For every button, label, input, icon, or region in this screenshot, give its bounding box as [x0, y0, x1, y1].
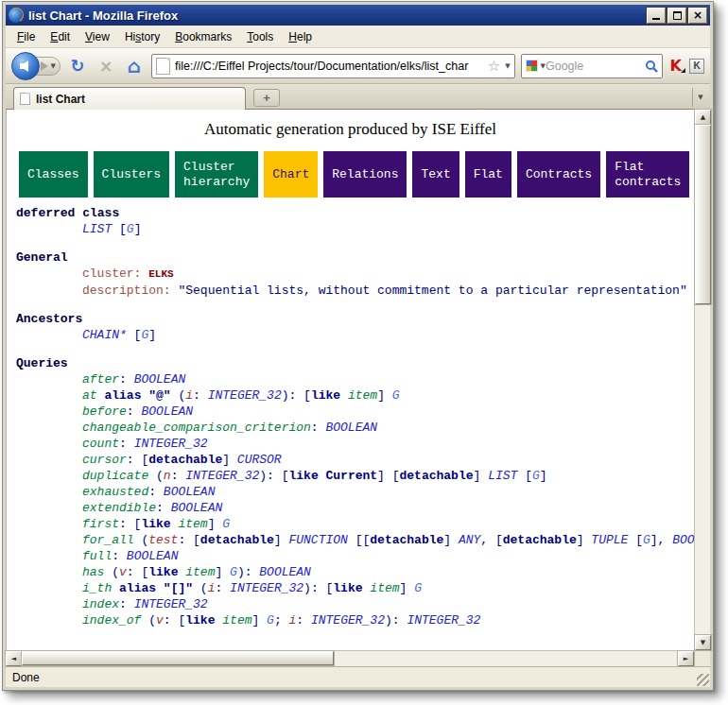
browser-window: list Chart - Mozilla Firefox × FileEditV…	[2, 1, 714, 691]
code-line: cursor: [detachable] CURSOR	[82, 452, 694, 468]
close-button[interactable]: ×	[688, 8, 707, 24]
stop-button[interactable]: ×	[95, 57, 117, 76]
eiffel-nav-classes[interactable]: Classes	[19, 151, 88, 198]
code-line: has (v: [like item] G): BOOLEAN	[82, 564, 694, 580]
code-line: index: INTEGER_32	[82, 596, 694, 612]
kaspersky-icon[interactable]: K	[668, 57, 684, 75]
google-logo-icon	[526, 60, 538, 72]
menu-view[interactable]: View	[78, 26, 117, 47]
vertical-scroll-thumb[interactable]	[695, 125, 711, 304]
menu-help[interactable]: Help	[281, 26, 320, 47]
history-dropdown-icon[interactable]: ▼	[51, 62, 56, 70]
section-title: Queries	[16, 355, 694, 371]
tab-title: list Chart	[36, 93, 85, 106]
eiffel-nav-clusters[interactable]: Clusters	[94, 151, 169, 198]
status-bar: Done	[6, 666, 710, 687]
code-line: description: "Sequential lists, without …	[82, 283, 694, 299]
code-line: count: INTEGER_32	[82, 436, 694, 452]
menu-file[interactable]: File	[9, 26, 43, 47]
code-line: CHAIN* [G]	[82, 327, 694, 343]
code-line: after: BOOLEAN	[82, 371, 694, 387]
menu-tools[interactable]: Tools	[239, 26, 281, 47]
eiffel-nav-flat-contracts[interactable]: Flat contracts	[606, 151, 689, 198]
site-page-icon	[156, 58, 170, 75]
title-bar: list Chart - Mozilla Firefox ×	[6, 5, 710, 26]
page-viewport: Automatic generation produced by ISE Eif…	[6, 110, 694, 650]
eiffel-nav-cluster-hierarchy[interactable]: Cluster hierarchy	[175, 151, 258, 198]
eiffel-nav-relations[interactable]: Relations	[323, 151, 407, 198]
section: AncestorsCHAIN* [G]	[16, 311, 694, 343]
code-line: i_th alias "[]" (i: INTEGER_32): [like i…	[82, 580, 694, 596]
eiffel-nav-bar: ClassesClustersCluster hierarchyChartRel…	[19, 151, 694, 198]
tab-page-icon	[20, 93, 30, 105]
section: Queriesafter: BOOLEANat alias "@" (i: IN…	[16, 355, 694, 628]
maximize-button[interactable]	[667, 8, 686, 24]
horizontal-scrollbar[interactable]: ◄ ►	[6, 650, 694, 666]
menu-bar: FileEditViewHistoryBookmarksToolsHelp	[6, 26, 710, 48]
menu-history[interactable]: History	[117, 26, 167, 47]
code-line: exhausted: BOOLEAN	[82, 484, 694, 500]
code-line: index_of (v: [like item] G; i: INTEGER_3…	[82, 612, 694, 628]
status-text: Done	[12, 671, 40, 684]
close-icon: ×	[693, 10, 702, 20]
scroll-left-icon[interactable]: ◄	[6, 651, 22, 666]
code-line: changeable_comparison_criterion: BOOLEAN	[82, 420, 694, 436]
bookmark-star-icon[interactable]: ☆	[488, 58, 500, 75]
navigation-toolbar: ▼ ↻ × ⌂ ☆ ▼ ▼ K K	[6, 48, 710, 84]
horizontal-scroll-thumb[interactable]	[22, 651, 334, 665]
eiffel-nav-contracts[interactable]: Contracts	[517, 151, 600, 198]
back-arrow-icon	[20, 60, 28, 72]
code-line: for_all (test: [detachable] FUNCTION [[d…	[82, 532, 694, 548]
scrollbar-corner	[694, 650, 710, 666]
firefox-icon	[9, 8, 24, 23]
section: Generalcluster: ELKSdescription: "Sequen…	[16, 249, 694, 299]
scroll-down-icon[interactable]: ▼	[695, 635, 711, 650]
address-bar: ☆ ▼	[151, 54, 515, 78]
window-title: list Chart - Mozilla Firefox	[28, 9, 647, 23]
section: deferred classLIST [G]	[16, 205, 694, 237]
new-tab-button[interactable]: +	[253, 89, 280, 107]
url-dropdown-icon[interactable]: ▼	[505, 62, 510, 70]
eiffel-nav-text[interactable]: Text	[412, 151, 459, 198]
k-addon-button[interactable]: K	[689, 59, 704, 74]
search-bar: ▼	[521, 54, 663, 78]
menu-edit[interactable]: Edit	[43, 26, 78, 47]
minimize-icon	[652, 18, 660, 20]
page-title: Automatic generation produced by ISE Eif…	[7, 120, 694, 139]
reload-button[interactable]: ↻	[66, 56, 89, 76]
vertical-scrollbar[interactable]: ▲ ▼	[694, 110, 710, 650]
eiffel-nav-chart[interactable]: Chart	[264, 151, 318, 198]
minimize-button[interactable]	[647, 8, 666, 24]
search-magnifier-icon[interactable]	[645, 60, 658, 73]
code-line: LIST [G]	[82, 221, 694, 237]
code-line: extendible: BOOLEAN	[82, 500, 694, 516]
code-line: full: BOOLEAN	[82, 548, 694, 564]
maximize-icon	[673, 11, 682, 20]
code-line: cluster: ELKS	[82, 266, 694, 283]
eiffel-sections: deferred classLIST [G]Generalcluster: EL…	[7, 205, 694, 628]
content-area: Automatic generation produced by ISE Eif…	[6, 110, 710, 666]
section-title: General	[16, 249, 694, 266]
back-button[interactable]	[11, 52, 40, 80]
scroll-right-icon[interactable]: ►	[678, 651, 694, 666]
code-line: first: [like item] G	[82, 516, 694, 532]
section-title: deferred class	[16, 205, 694, 221]
code-line: before: BOOLEAN	[82, 404, 694, 420]
code-line: duplicate (n: INTEGER_32): [like Current…	[82, 468, 694, 484]
code-line: at alias "@" (i: INTEGER_32): [like item…	[82, 387, 694, 404]
forward-arrow-icon	[41, 61, 48, 71]
search-input[interactable]	[546, 60, 645, 73]
url-input[interactable]	[175, 60, 486, 73]
tab-bar: list Chart + ▼	[6, 84, 710, 110]
resize-grip[interactable]	[697, 674, 709, 686]
tab-list-chart[interactable]: list Chart	[13, 87, 246, 110]
scroll-up-icon[interactable]: ▲	[695, 110, 711, 125]
menu-bookmarks[interactable]: Bookmarks	[167, 26, 239, 47]
section-title: Ancestors	[16, 311, 694, 327]
list-all-tabs-button[interactable]: ▼	[692, 88, 708, 107]
eiffel-nav-flat[interactable]: Flat	[465, 151, 511, 198]
home-button[interactable]: ⌂	[123, 55, 146, 77]
